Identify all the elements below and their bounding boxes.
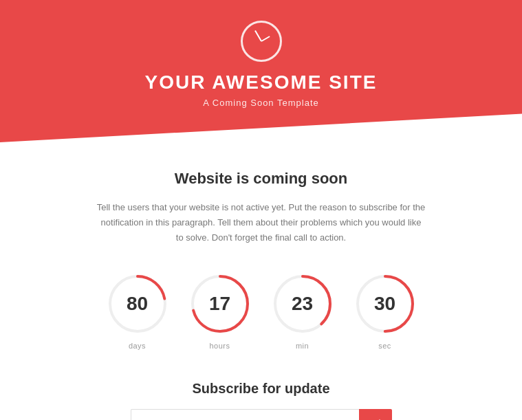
countdown-item-min: 23 min <box>272 273 334 350</box>
circle-wrap-days: 80 <box>107 273 168 335</box>
circle-wrap-hours: 17 <box>189 273 251 335</box>
description-text: Tell the users that your website is not … <box>96 200 426 245</box>
countdown-label: min <box>296 342 309 350</box>
circle-inner: 30 <box>374 294 395 313</box>
countdown-item-sec: 30 sec <box>354 273 416 350</box>
countdown-label: hours <box>209 342 230 350</box>
circle-inner: 80 <box>127 294 148 313</box>
countdown-number: 80 <box>127 294 148 313</box>
subscribe-button[interactable] <box>359 409 392 420</box>
subscribe-section: Subscribe for update <box>14 381 508 420</box>
checkmark-icon <box>369 417 382 420</box>
countdown-label: days <box>129 342 146 350</box>
coming-soon-title: Website is coming soon <box>14 170 508 188</box>
site-subtitle: A Coming Soon Template <box>14 98 508 108</box>
clock-icon <box>241 21 282 62</box>
countdown-number: 17 <box>209 294 230 313</box>
countdown-number: 23 <box>292 294 313 313</box>
header-section: YOUR AWESOME SITE A Coming Soon Template <box>0 0 522 142</box>
countdown-item-days: 80 days <box>107 273 168 350</box>
site-title: YOUR AWESOME SITE <box>14 71 508 93</box>
email-input[interactable] <box>131 409 359 420</box>
circle-inner: 17 <box>209 294 230 313</box>
subscribe-title: Subscribe for update <box>14 381 508 397</box>
countdown-label: sec <box>378 342 391 350</box>
main-content: Website is coming soon Tell the users th… <box>0 142 522 420</box>
subscribe-form <box>131 409 392 420</box>
circle-wrap-sec: 30 <box>354 273 416 335</box>
countdown-number: 30 <box>374 294 395 313</box>
countdown-container: 80 days 17 hours <box>14 273 508 350</box>
circle-inner: 23 <box>292 294 313 313</box>
countdown-item-hours: 17 hours <box>189 273 251 350</box>
circle-wrap-min: 23 <box>272 273 334 335</box>
